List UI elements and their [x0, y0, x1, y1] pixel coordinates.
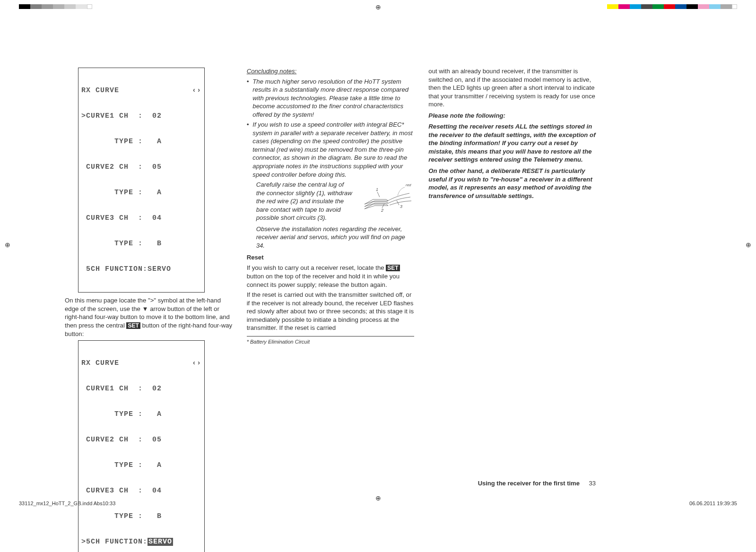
lcd-screen-1: RX CURVE‹› >CURVE1 CH : 02 TYPE : A CURV…: [78, 68, 205, 293]
lcd-line: CURVE3 CH : 04: [81, 214, 201, 223]
column-1: RX CURVE‹› >CURVE1 CH : 02 TYPE : A CURV…: [65, 66, 233, 482]
bullet-text: If you wish to use a speed controller wi…: [252, 121, 414, 179]
bullet-item: •The much higher servo resolution of the…: [247, 78, 415, 119]
color-bar-left: [19, 4, 92, 9]
footnote: * Battery Elimination Circuit: [247, 338, 415, 345]
page-number: 33: [589, 480, 596, 487]
lcd-highlight: SERVO: [148, 538, 173, 546]
lcd-line: >5CH FUNCTION:SERVO: [81, 538, 201, 546]
body-paragraph: out with an already bound receiver, if t…: [428, 67, 596, 109]
body-paragraph: If the reset is carried out with the tra…: [247, 291, 415, 332]
section-title: Using the receiver for the first time: [478, 480, 580, 487]
lcd-line: TYPE : A: [81, 461, 201, 470]
reset-heading: Reset: [247, 253, 415, 262]
connector-diagram: red 1 2 3: [357, 181, 414, 216]
body-paragraph: If you wish to carry out a receiver rese…: [247, 264, 415, 289]
lcd-line: 5CH FUNCTION:SERVO: [81, 265, 201, 274]
svg-text:1: 1: [376, 187, 378, 192]
svg-text:2: 2: [381, 208, 383, 213]
note-paragraph: On the other hand, a deliberate RESET is…: [428, 167, 596, 200]
set-button-icon: SET: [386, 265, 400, 271]
lcd-line: TYPE : A: [81, 410, 201, 419]
body-paragraph: On this menu page locate the ">" symbol …: [65, 296, 233, 338]
lcd-line: TYPE : B: [81, 240, 201, 248]
bullet-icon: •: [247, 78, 249, 119]
file-name: 33112_mx12_HoTT_2_GB.indd Abs10:33: [19, 500, 115, 506]
lcd-line: >CURVE1 CH : 02: [81, 112, 201, 121]
svg-text:3: 3: [400, 204, 402, 209]
bullet-text: The much higher servo resolution of the …: [252, 78, 414, 119]
lcd-line: CURVE3 CH : 04: [81, 487, 201, 495]
lcd-line: CURVE2 CH : 05: [81, 436, 201, 444]
lcd-line: TYPE : A: [81, 138, 201, 146]
footnote-divider: [247, 336, 415, 336]
concluding-heading: Concluding notes:: [247, 67, 415, 76]
lcd-arrows-icon: ‹›: [192, 86, 201, 95]
note-heading: Please note the following:: [428, 112, 596, 120]
column-3: out with an already bound receiver, if t…: [428, 66, 596, 482]
bullet-item: •If you wish to use a speed controller w…: [247, 121, 415, 179]
lcd-line: TYPE : A: [81, 189, 201, 197]
timestamp: 06.06.2011 19:39:35: [689, 500, 737, 506]
lcd-line: CURVE2 CH : 05: [81, 163, 201, 172]
registration-mark-icon: ⊕: [746, 241, 751, 249]
note-paragraph: Resetting the receiver resets ALL the se…: [428, 122, 596, 164]
lcd-title: RX CURVE: [81, 86, 119, 95]
color-bar-right: [607, 4, 737, 9]
page-footer: Using the receiver for the first time 33: [478, 480, 596, 487]
column-2: Concluding notes: •The much higher servo…: [247, 66, 415, 482]
lcd-title: RX CURVE: [81, 359, 119, 368]
registration-mark-icon: ⊕: [375, 3, 381, 11]
bullet-icon: •: [247, 121, 249, 179]
page-content: RX CURVE‹› >CURVE1 CH : 02 TYPE : A CURV…: [65, 66, 596, 482]
svg-line-0: [377, 192, 380, 197]
indesign-slug: 33112_mx12_HoTT_2_GB.indd Abs10:33 06.06…: [19, 500, 737, 506]
indent-paragraph: Observe the installation notes regarding…: [256, 225, 415, 250]
set-button-icon: SET: [126, 322, 140, 329]
registration-mark-icon: ⊕: [5, 241, 10, 249]
lcd-line: CURVE1 CH : 02: [81, 385, 201, 393]
lcd-arrows-icon: ‹›: [192, 359, 201, 368]
lcd-screen-2: RX CURVE‹› CURVE1 CH : 02 TYPE : A CURVE…: [78, 340, 205, 552]
indent-paragraph: red 1 2 3 Carefully raise the central lu…: [256, 181, 415, 222]
lcd-line: TYPE : B: [81, 512, 201, 521]
svg-text:red: red: [406, 183, 411, 187]
